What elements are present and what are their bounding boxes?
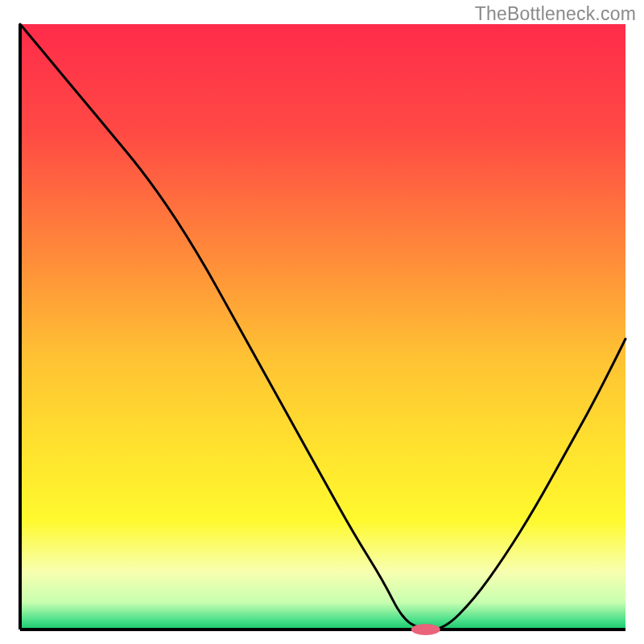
bottleneck-plot [0, 0, 644, 644]
chart-stage: TheBottleneck.com [0, 0, 644, 644]
optimal-marker [411, 624, 440, 635]
watermark-text: TheBottleneck.com [475, 3, 636, 25]
gradient-background [20, 24, 625, 630]
